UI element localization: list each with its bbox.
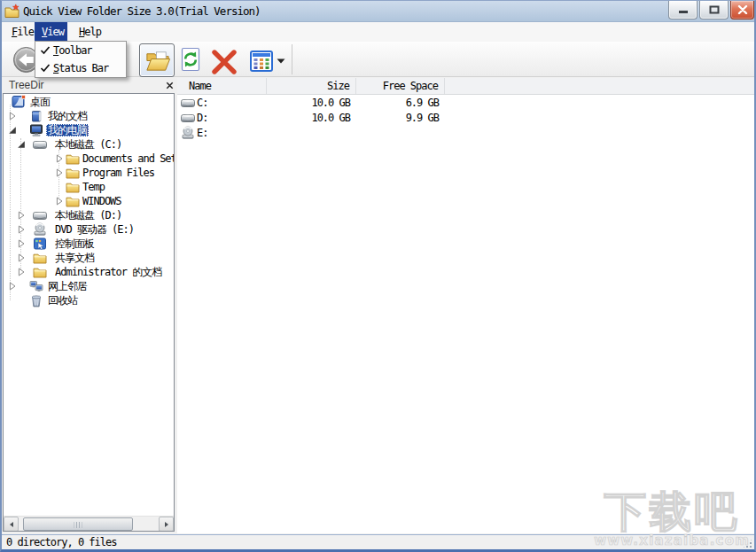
status-text: 0 directory, 0 files [6, 535, 117, 549]
collapsed-arrow-icon[interactable] [17, 239, 26, 248]
tree-item[interactable]: 桌面 [4, 95, 174, 109]
collapsed-arrow-icon[interactable] [17, 268, 26, 276]
views-grid-icon [250, 51, 273, 72]
expanded-arrow-icon[interactable] [8, 126, 17, 135]
scrollbar-thumb[interactable] [23, 517, 133, 531]
tree-item-label: 回收站 [46, 294, 79, 307]
menu-item-label: Help [72, 22, 102, 42]
folder-icon [66, 194, 80, 208]
tree-item[interactable]: Administrator 的文档 [4, 265, 174, 279]
tree-item[interactable]: 网上邻居 [4, 279, 174, 293]
refresh-button[interactable] [179, 47, 202, 72]
list-row-size: 10.0 GB [267, 97, 356, 110]
tree-item-label: 网上邻居 [46, 280, 89, 292]
folder-icon [33, 251, 47, 265]
collapsed-arrow-icon[interactable] [17, 253, 26, 262]
minimize-button[interactable] [668, 1, 698, 19]
view-menu-item-toolbar[interactable]: Toolbar [35, 42, 126, 59]
horizontal-scrollbar[interactable] [4, 516, 174, 531]
network-icon [29, 279, 43, 293]
recycle-bin-icon [29, 293, 43, 307]
tree-item[interactable]: 共享文档 [4, 251, 174, 265]
collapsed-arrow-icon[interactable] [55, 154, 64, 163]
collapsed-arrow-icon[interactable] [8, 282, 17, 291]
list-row-free-space: 9.9 GB [356, 112, 445, 125]
open-folder-button[interactable] [139, 43, 175, 77]
menu-item-help[interactable]: Help [72, 22, 102, 42]
collapsed-arrow-icon[interactable] [17, 225, 26, 234]
tree-item-label: Administrator 的文档 [53, 266, 163, 278]
column-header-size[interactable]: Size [267, 78, 356, 94]
tree-item[interactable]: Temp [4, 180, 174, 194]
collapsed-arrow-icon[interactable] [55, 168, 64, 177]
checkmark-icon [40, 63, 51, 74]
tree-item[interactable]: 控制面板 [4, 237, 174, 251]
list-row-name: C: [197, 97, 207, 110]
tree-item-label: 控制面板 [53, 237, 96, 250]
title-bar[interactable]: Quick View Folder Size 3.0(Trial Version… [0, 0, 756, 22]
status-bar: 0 directory, 0 files [2, 534, 754, 549]
column-header-name[interactable]: Name [177, 78, 267, 94]
tree-item[interactable]: 我的文档 [4, 109, 174, 123]
window-title: Quick View Folder Size 3.0(Trial Version… [23, 0, 261, 22]
list-header: Name Size Free Space [177, 78, 754, 95]
tree-item[interactable]: Program Files [4, 166, 174, 180]
collapsed-arrow-icon[interactable] [55, 197, 64, 206]
tree-item[interactable]: Documents and Settings [4, 152, 174, 166]
app-icon [4, 4, 19, 19]
drive-icon [33, 137, 47, 152]
collapsed-arrow-icon[interactable] [17, 211, 26, 220]
tree-item[interactable]: 回收站 [4, 293, 174, 307]
panel-close-icon[interactable] [165, 81, 175, 90]
tree-item[interactable]: DVD 驱动器 (E:) [4, 222, 174, 237]
view-menu-item-label: Status Bar [53, 59, 108, 77]
maximize-button[interactable] [699, 1, 729, 19]
menu-item-view[interactable]: View [35, 22, 67, 42]
tree-item-label: WINDOWS [81, 195, 123, 207]
scroll-right-icon [163, 521, 170, 528]
tree-item[interactable]: WINDOWS [4, 194, 174, 208]
list-row-name: D: [197, 112, 207, 125]
column-header-free-space[interactable]: Free Space [356, 78, 445, 94]
tree-item-label: Documents and Settings [81, 152, 175, 165]
delete-button[interactable] [210, 50, 238, 74]
list-row-size: 10.0 GB [267, 112, 356, 125]
list-row[interactable]: C:10.0 GB6.9 GB [177, 96, 754, 111]
scrollbar-grip [74, 522, 82, 528]
drive-icon [181, 111, 195, 125]
view-menu-item-status-bar[interactable]: Status Bar [35, 59, 126, 77]
list-row[interactable]: D:10.0 GB9.9 GB [177, 111, 754, 126]
tree-item-label: Temp [81, 181, 106, 193]
tree-item[interactable]: 本地磁盘 (C:) [4, 137, 174, 152]
collapsed-arrow-icon[interactable] [8, 112, 17, 121]
folder-icon [66, 180, 80, 194]
cd-drive-icon [33, 222, 47, 237]
list-row-free-space: 6.9 GB [356, 97, 445, 110]
tree-item[interactable]: 我的电脑 [4, 123, 174, 137]
views-dropdown-caret-button[interactable] [277, 58, 285, 64]
tree-item-label: Program Files [81, 167, 156, 179]
tree-item[interactable]: 本地磁盘 (D:) [4, 208, 174, 222]
drive-icon [181, 96, 195, 110]
maximize-icon [709, 5, 720, 14]
views-dropdown-caret-icon [277, 58, 285, 64]
tree-item-label: 我的电脑 [46, 124, 89, 136]
folder-icon [66, 166, 80, 180]
expanded-arrow-icon[interactable] [17, 140, 26, 149]
folder-icon [33, 265, 47, 279]
tree-panel-title: TreeDir [9, 78, 44, 93]
list-row-name: E: [197, 127, 207, 140]
scroll-left-icon [8, 521, 15, 528]
drive-icon [33, 208, 47, 222]
menu-item-file[interactable]: File [4, 22, 32, 42]
refresh-icon [179, 47, 202, 72]
scroll-right-button[interactable] [159, 517, 174, 532]
app-window: Quick View Folder Size 3.0(Trial Version… [0, 0, 756, 552]
close-button[interactable] [730, 1, 754, 19]
scroll-left-button[interactable] [4, 517, 19, 532]
list-row[interactable]: E: [177, 126, 754, 141]
tree-item-label: 共享文档 [53, 252, 96, 264]
desktop-icon [12, 95, 26, 109]
views-grid-button[interactable] [250, 51, 273, 72]
view-menu-item-label: Toolbar [53, 42, 92, 59]
